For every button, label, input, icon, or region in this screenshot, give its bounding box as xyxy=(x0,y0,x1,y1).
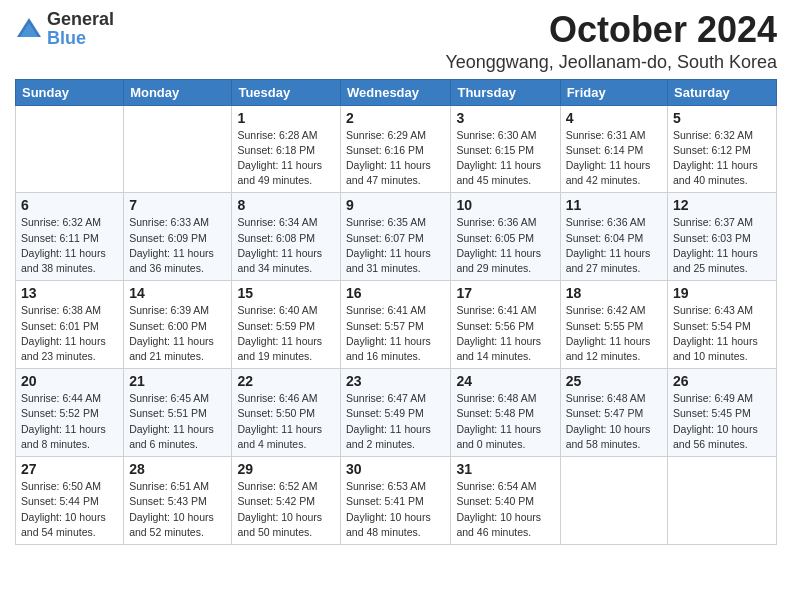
calendar-cell: 22Sunrise: 6:46 AMSunset: 5:50 PMDayligh… xyxy=(232,369,341,457)
day-info: Sunrise: 6:52 AMSunset: 5:42 PMDaylight:… xyxy=(237,479,335,540)
day-info: Sunrise: 6:37 AMSunset: 6:03 PMDaylight:… xyxy=(673,215,771,276)
day-info: Sunrise: 6:35 AMSunset: 6:07 PMDaylight:… xyxy=(346,215,445,276)
day-info: Sunrise: 6:48 AMSunset: 5:48 PMDaylight:… xyxy=(456,391,554,452)
day-number: 9 xyxy=(346,197,445,213)
calendar-cell: 25Sunrise: 6:48 AMSunset: 5:47 PMDayligh… xyxy=(560,369,667,457)
calendar-cell: 23Sunrise: 6:47 AMSunset: 5:49 PMDayligh… xyxy=(341,369,451,457)
day-number: 6 xyxy=(21,197,118,213)
calendar-cell: 18Sunrise: 6:42 AMSunset: 5:55 PMDayligh… xyxy=(560,281,667,369)
day-number: 7 xyxy=(129,197,226,213)
day-number: 22 xyxy=(237,373,335,389)
day-info: Sunrise: 6:32 AMSunset: 6:12 PMDaylight:… xyxy=(673,128,771,189)
calendar-cell xyxy=(124,105,232,193)
calendar-cell: 2Sunrise: 6:29 AMSunset: 6:16 PMDaylight… xyxy=(341,105,451,193)
day-info: Sunrise: 6:33 AMSunset: 6:09 PMDaylight:… xyxy=(129,215,226,276)
calendar-cell: 27Sunrise: 6:50 AMSunset: 5:44 PMDayligh… xyxy=(16,457,124,545)
logo-blue: Blue xyxy=(47,28,86,48)
day-info: Sunrise: 6:40 AMSunset: 5:59 PMDaylight:… xyxy=(237,303,335,364)
calendar-cell: 30Sunrise: 6:53 AMSunset: 5:41 PMDayligh… xyxy=(341,457,451,545)
day-info: Sunrise: 6:31 AMSunset: 6:14 PMDaylight:… xyxy=(566,128,662,189)
day-number: 15 xyxy=(237,285,335,301)
weekday-header-row: SundayMondayTuesdayWednesdayThursdayFrid… xyxy=(16,79,777,105)
calendar-cell: 26Sunrise: 6:49 AMSunset: 5:45 PMDayligh… xyxy=(668,369,777,457)
day-number: 4 xyxy=(566,110,662,126)
calendar-cell: 9Sunrise: 6:35 AMSunset: 6:07 PMDaylight… xyxy=(341,193,451,281)
day-number: 10 xyxy=(456,197,554,213)
calendar-cell: 12Sunrise: 6:37 AMSunset: 6:03 PMDayligh… xyxy=(668,193,777,281)
day-info: Sunrise: 6:41 AMSunset: 5:56 PMDaylight:… xyxy=(456,303,554,364)
day-number: 30 xyxy=(346,461,445,477)
calendar-cell: 11Sunrise: 6:36 AMSunset: 6:04 PMDayligh… xyxy=(560,193,667,281)
day-info: Sunrise: 6:53 AMSunset: 5:41 PMDaylight:… xyxy=(346,479,445,540)
weekday-header-wednesday: Wednesday xyxy=(341,79,451,105)
day-number: 25 xyxy=(566,373,662,389)
calendar-table: SundayMondayTuesdayWednesdayThursdayFrid… xyxy=(15,79,777,545)
day-number: 16 xyxy=(346,285,445,301)
location-title: Yeonggwang, Jeollanam-do, South Korea xyxy=(445,52,777,73)
day-info: Sunrise: 6:34 AMSunset: 6:08 PMDaylight:… xyxy=(237,215,335,276)
calendar-body: 1Sunrise: 6:28 AMSunset: 6:18 PMDaylight… xyxy=(16,105,777,544)
calendar-cell: 5Sunrise: 6:32 AMSunset: 6:12 PMDaylight… xyxy=(668,105,777,193)
weekday-header-saturday: Saturday xyxy=(668,79,777,105)
day-info: Sunrise: 6:29 AMSunset: 6:16 PMDaylight:… xyxy=(346,128,445,189)
day-info: Sunrise: 6:38 AMSunset: 6:01 PMDaylight:… xyxy=(21,303,118,364)
calendar-cell xyxy=(16,105,124,193)
day-number: 20 xyxy=(21,373,118,389)
day-info: Sunrise: 6:48 AMSunset: 5:47 PMDaylight:… xyxy=(566,391,662,452)
calendar-cell: 17Sunrise: 6:41 AMSunset: 5:56 PMDayligh… xyxy=(451,281,560,369)
day-info: Sunrise: 6:51 AMSunset: 5:43 PMDaylight:… xyxy=(129,479,226,540)
day-info: Sunrise: 6:49 AMSunset: 5:45 PMDaylight:… xyxy=(673,391,771,452)
calendar-cell: 15Sunrise: 6:40 AMSunset: 5:59 PMDayligh… xyxy=(232,281,341,369)
day-info: Sunrise: 6:43 AMSunset: 5:54 PMDaylight:… xyxy=(673,303,771,364)
calendar-cell: 29Sunrise: 6:52 AMSunset: 5:42 PMDayligh… xyxy=(232,457,341,545)
day-number: 21 xyxy=(129,373,226,389)
day-number: 31 xyxy=(456,461,554,477)
day-number: 26 xyxy=(673,373,771,389)
day-number: 1 xyxy=(237,110,335,126)
day-number: 14 xyxy=(129,285,226,301)
day-number: 11 xyxy=(566,197,662,213)
calendar-cell: 28Sunrise: 6:51 AMSunset: 5:43 PMDayligh… xyxy=(124,457,232,545)
calendar-cell: 19Sunrise: 6:43 AMSunset: 5:54 PMDayligh… xyxy=(668,281,777,369)
day-info: Sunrise: 6:46 AMSunset: 5:50 PMDaylight:… xyxy=(237,391,335,452)
day-info: Sunrise: 6:39 AMSunset: 6:00 PMDaylight:… xyxy=(129,303,226,364)
calendar-cell: 16Sunrise: 6:41 AMSunset: 5:57 PMDayligh… xyxy=(341,281,451,369)
day-info: Sunrise: 6:41 AMSunset: 5:57 PMDaylight:… xyxy=(346,303,445,364)
calendar-cell: 3Sunrise: 6:30 AMSunset: 6:15 PMDaylight… xyxy=(451,105,560,193)
day-number: 28 xyxy=(129,461,226,477)
calendar-cell: 6Sunrise: 6:32 AMSunset: 6:11 PMDaylight… xyxy=(16,193,124,281)
calendar-cell: 21Sunrise: 6:45 AMSunset: 5:51 PMDayligh… xyxy=(124,369,232,457)
calendar-week-1: 1Sunrise: 6:28 AMSunset: 6:18 PMDaylight… xyxy=(16,105,777,193)
day-info: Sunrise: 6:50 AMSunset: 5:44 PMDaylight:… xyxy=(21,479,118,540)
calendar-cell: 10Sunrise: 6:36 AMSunset: 6:05 PMDayligh… xyxy=(451,193,560,281)
day-info: Sunrise: 6:42 AMSunset: 5:55 PMDaylight:… xyxy=(566,303,662,364)
day-number: 17 xyxy=(456,285,554,301)
calendar-cell xyxy=(560,457,667,545)
day-number: 12 xyxy=(673,197,771,213)
weekday-header-tuesday: Tuesday xyxy=(232,79,341,105)
day-info: Sunrise: 6:54 AMSunset: 5:40 PMDaylight:… xyxy=(456,479,554,540)
calendar-cell: 7Sunrise: 6:33 AMSunset: 6:09 PMDaylight… xyxy=(124,193,232,281)
day-number: 19 xyxy=(673,285,771,301)
day-number: 18 xyxy=(566,285,662,301)
calendar-week-5: 27Sunrise: 6:50 AMSunset: 5:44 PMDayligh… xyxy=(16,457,777,545)
title-block: October 2024 Yeonggwang, Jeollanam-do, S… xyxy=(445,10,777,73)
day-info: Sunrise: 6:30 AMSunset: 6:15 PMDaylight:… xyxy=(456,128,554,189)
day-number: 3 xyxy=(456,110,554,126)
calendar-week-2: 6Sunrise: 6:32 AMSunset: 6:11 PMDaylight… xyxy=(16,193,777,281)
day-number: 8 xyxy=(237,197,335,213)
day-number: 23 xyxy=(346,373,445,389)
logo-icon xyxy=(15,15,43,43)
day-number: 2 xyxy=(346,110,445,126)
calendar-cell: 4Sunrise: 6:31 AMSunset: 6:14 PMDaylight… xyxy=(560,105,667,193)
day-number: 27 xyxy=(21,461,118,477)
day-info: Sunrise: 6:45 AMSunset: 5:51 PMDaylight:… xyxy=(129,391,226,452)
day-number: 5 xyxy=(673,110,771,126)
page-header: General Blue October 2024 Yeonggwang, Je… xyxy=(15,10,777,73)
calendar-cell xyxy=(668,457,777,545)
day-info: Sunrise: 6:36 AMSunset: 6:04 PMDaylight:… xyxy=(566,215,662,276)
day-info: Sunrise: 6:28 AMSunset: 6:18 PMDaylight:… xyxy=(237,128,335,189)
day-info: Sunrise: 6:47 AMSunset: 5:49 PMDaylight:… xyxy=(346,391,445,452)
calendar-cell: 20Sunrise: 6:44 AMSunset: 5:52 PMDayligh… xyxy=(16,369,124,457)
logo-text: General Blue xyxy=(47,10,114,48)
